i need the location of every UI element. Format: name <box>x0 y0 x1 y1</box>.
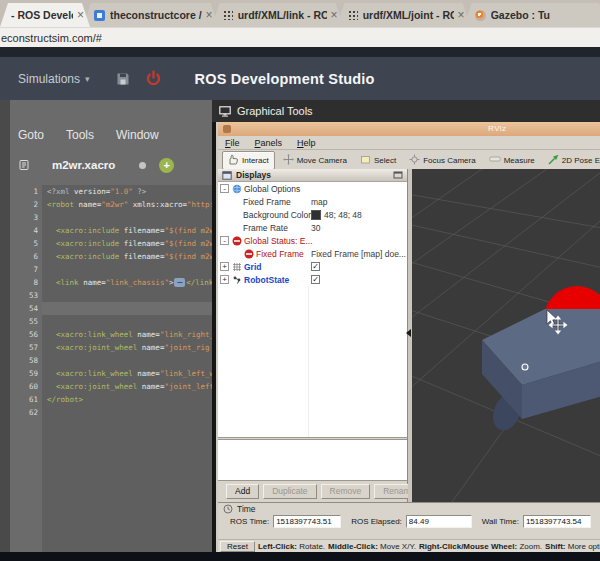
code-line[interactable]: 8 <link name="link_chassis">⋯</link <box>10 276 212 289</box>
editor-menu-goto[interactable]: Goto <box>18 128 44 142</box>
3d-scene <box>412 169 600 502</box>
code-token: <xacro:link_wheel <box>47 369 137 378</box>
code-line[interactable]: 59 <xacro:link_wheel name="link_left_w <box>10 367 212 380</box>
browser-tab[interactable]: - ROS Develop× <box>0 3 90 27</box>
code-token: <xacro:include <box>47 239 124 248</box>
code-line[interactable]: 61</robot> <box>10 393 212 406</box>
code-line[interactable]: 5 <xacro:include filename="$(find m2w <box>10 237 212 250</box>
editor-tab-row: m2wr.xacro + <box>18 154 174 176</box>
code-line[interactable]: 54 <box>10 302 212 315</box>
power-icon[interactable] <box>145 70 162 87</box>
add-button[interactable]: Add <box>226 484 259 499</box>
rviz-titlebar[interactable]: RViz <box>218 122 600 136</box>
time-field-input[interactable] <box>273 515 341 528</box>
code-line[interactable]: 2<robot name="m2wr" xmlns:xacro="http: <box>10 198 212 211</box>
file-icon[interactable] <box>18 159 30 171</box>
displays-tree-row[interactable]: +Grid✓ <box>218 260 407 273</box>
tree-expander-icon[interactable]: - <box>220 184 229 193</box>
code-token: > <box>169 278 174 287</box>
reset-button[interactable]: Reset <box>220 541 255 552</box>
code-text: <xacro:link_wheel name="link_right_ <box>42 328 212 341</box>
browser-tab[interactable]: urdf/XML/link - RO× <box>212 3 344 27</box>
simulations-dropdown[interactable]: Simulations ▾ <box>18 72 90 86</box>
displays-tree-row[interactable]: -Global Options <box>218 182 407 195</box>
tree-expander-icon[interactable]: - <box>220 236 229 245</box>
rviz-toolbar: InteractMove CameraSelectFocus CameraMea… <box>218 150 600 171</box>
code-token: "joint_rig <box>164 343 209 352</box>
code-line[interactable]: 53 <box>10 289 212 302</box>
code-token: "$(find m2w <box>164 226 212 235</box>
code-line[interactable]: 60 <xacro:joint_wheel name="joint_left <box>10 380 212 393</box>
tree-value-text: 48; 48; 48 <box>324 210 362 220</box>
code-line[interactable]: 56 <xacro:link_wheel name="link_right_ <box>10 328 212 341</box>
error-icon <box>231 236 242 246</box>
time-field-input[interactable] <box>406 515 472 528</box>
tab-close-icon[interactable]: × <box>458 10 465 20</box>
editor-menu-window[interactable]: Window <box>116 128 159 142</box>
rviz-menu-panels[interactable]: Panels <box>255 138 283 148</box>
code-line[interactable]: 58 <box>10 354 212 367</box>
tab-close-icon[interactable]: × <box>206 10 213 20</box>
code-line[interactable]: 6 <xacro:include filename="$(find m2w <box>10 250 212 263</box>
code-text: <xacro:joint_wheel name="joint_rig <box>42 341 212 354</box>
tab-close-icon[interactable]: × <box>77 10 84 20</box>
displays-tree-row[interactable]: -Global Status: E... <box>218 234 407 247</box>
code-line[interactable]: 57 <xacro:joint_wheel name="joint_rig <box>10 341 212 354</box>
hand-icon <box>228 154 239 167</box>
tree-expander-icon[interactable]: + <box>220 275 229 284</box>
displays-panel-header[interactable]: Displays <box>218 169 407 182</box>
fold-marker[interactable]: ⋯ <box>174 278 185 287</box>
checkbox-checked-icon[interactable]: ✓ <box>311 262 320 271</box>
editor-side-strip[interactable] <box>0 100 10 552</box>
collapse-arrow-icon[interactable] <box>406 329 411 337</box>
tree-value-text: 30 <box>311 223 320 233</box>
line-number: 57 <box>10 341 42 354</box>
undock-icon[interactable] <box>393 171 403 179</box>
new-file-button[interactable]: + <box>159 158 174 173</box>
checkbox-checked-icon[interactable]: ✓ <box>311 275 320 284</box>
time-panel-header[interactable]: Time <box>218 503 600 515</box>
code-line[interactable]: 3 <box>10 211 212 224</box>
tool-select[interactable]: Select <box>355 152 401 169</box>
code-line[interactable]: 1<?xml version="1.0" ?> <box>10 185 212 198</box>
editor-menu-tools[interactable]: Tools <box>66 128 94 142</box>
graphical-tools-titlebar[interactable]: Graphical Tools <box>212 100 600 122</box>
tool-focus-camera[interactable]: Focus Camera <box>404 152 480 169</box>
tool-2d-pose-estimate[interactable]: 2D Pose Estimate <box>543 152 600 169</box>
code-text: <robot name="m2wr" xmlns:xacro="http: <box>42 198 212 211</box>
editor-tab-filename[interactable]: m2wr.xacro <box>52 159 115 171</box>
displays-tree-row[interactable]: +RobotState✓ <box>218 273 407 286</box>
browser-tab[interactable]: Gazebo : Tu <box>464 3 600 27</box>
rviz-menu-help[interactable]: Help <box>297 138 316 148</box>
browser-tab[interactable]: urdf/XML/joint - RO× <box>337 3 471 27</box>
browser-tab[interactable]: theconstructcore /× <box>83 3 219 27</box>
statusbar-hint: Left-Click: Rotate. <box>258 542 325 551</box>
tab-close-icon[interactable]: × <box>331 10 338 20</box>
code-line[interactable]: 55 <box>10 315 212 328</box>
tool-label: 2D Pose Estimate <box>562 156 600 165</box>
time-field-input[interactable] <box>523 515 591 528</box>
code-token: name= <box>137 369 160 378</box>
displays-tree-row[interactable]: Background Color48; 48; 48 <box>218 208 407 221</box>
tool-interact[interactable]: Interact <box>222 151 275 170</box>
displays-tree-row[interactable]: Fixed Framemap <box>218 195 407 208</box>
tree-label: Frame Rate <box>243 223 288 233</box>
tree-expander-icon[interactable]: + <box>220 262 229 271</box>
line-number: 59 <box>10 367 42 380</box>
tree-value-text: Fixed Frame [map] doe... <box>311 249 406 259</box>
code-line[interactable]: 62 <box>10 406 212 419</box>
address-bar[interactable]: econstructsim.com/# <box>0 27 600 47</box>
tab-title: urdf/XML/joint - RO <box>363 9 454 21</box>
save-icon[interactable] <box>116 72 130 86</box>
code-area[interactable]: 1<?xml version="1.0" ?>2<robot name="m2w… <box>10 185 212 552</box>
code-line[interactable]: 7 <box>10 263 212 276</box>
rviz-menu-file[interactable]: File <box>225 138 240 148</box>
code-line[interactable]: 4 <xacro:include filename="$(find m2w <box>10 224 212 237</box>
displays-tree-row[interactable]: Fixed FrameFixed Frame [map] doe... <box>218 247 407 260</box>
code-text: <xacro:include filename="$(find m2w <box>42 224 212 237</box>
code-token: name= <box>137 330 160 339</box>
tool-move-camera[interactable]: Move Camera <box>278 152 352 169</box>
rviz-3d-viewport[interactable] <box>412 169 600 502</box>
tool-measure[interactable]: Measure <box>484 152 540 168</box>
displays-tree-row[interactable]: Frame Rate30 <box>218 221 407 234</box>
